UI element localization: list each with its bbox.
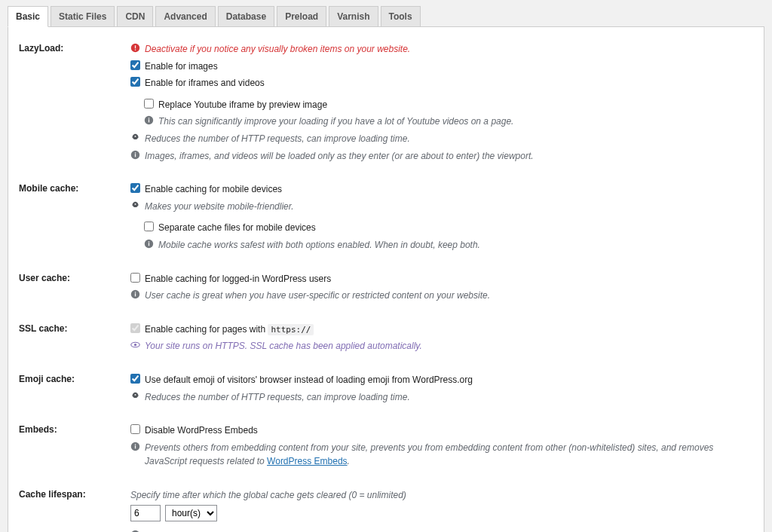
row-lifespan: Cache lifespan: Specify time after which…	[19, 488, 753, 532]
checkbox-mobile-separate[interactable]	[144, 222, 154, 231]
row-ssl: SSL cache: Enable caching for pages with…	[19, 323, 753, 356]
info-icon	[130, 150, 140, 160]
label-lazyload: LazyLoad:	[19, 42, 130, 166]
label-enable-images: Enable for images	[145, 60, 218, 74]
tab-preload[interactable]: Preload	[277, 6, 326, 26]
link-wp-embeds[interactable]: WordPress Embeds	[267, 456, 347, 466]
row-embeds: Embeds: Disable WordPress Embeds Prevent…	[19, 423, 753, 472]
svg-point-19	[135, 393, 136, 395]
row-user: User cache: Enable caching for logged-in…	[19, 272, 753, 306]
tab-basic[interactable]: Basic	[8, 6, 48, 27]
info-icon	[130, 442, 140, 451]
checkbox-user-enable[interactable]	[130, 273, 140, 283]
lifespan-desc: Cache lifespan is the period of time aft…	[145, 529, 753, 532]
tabs-nav: Basic Static Files CDN Advanced Database…	[8, 6, 764, 26]
rocket-icon	[130, 133, 140, 142]
lifespan-value-input[interactable]	[130, 505, 161, 521]
rocket-icon	[130, 200, 140, 210]
svg-rect-16	[135, 292, 136, 292]
label-ssl: SSL cache:	[19, 323, 130, 356]
label-mobile-separate: Separate cache files for mobile devices	[158, 221, 316, 235]
label-lifespan: Cache lifespan:	[19, 488, 130, 532]
svg-point-6	[135, 136, 136, 137]
warning-icon	[130, 43, 140, 53]
ssl-code: https://	[268, 324, 314, 335]
settings-panel: LazyLoad: Deactivate if you notice any v…	[8, 26, 764, 532]
label-emoji-enable: Use default emoji of visitors' browser i…	[145, 373, 473, 387]
mobile-safest: Mobile cache works safest with both opti…	[158, 238, 480, 252]
tab-tools[interactable]: Tools	[381, 6, 421, 26]
svg-point-18	[134, 344, 136, 346]
mobile-friendlier: Makes your website mobile-friendlier.	[145, 200, 294, 214]
checkbox-enable-images[interactable]	[130, 60, 140, 70]
svg-rect-13	[149, 241, 149, 242]
svg-rect-12	[149, 243, 149, 246]
info-icon	[144, 239, 154, 249]
tab-cdn[interactable]: CDN	[117, 6, 153, 26]
info-icon	[144, 115, 154, 125]
svg-rect-9	[135, 152, 136, 153]
svg-point-10	[135, 203, 136, 205]
tab-advanced[interactable]: Advanced	[155, 6, 215, 26]
svg-rect-15	[135, 293, 136, 296]
yt-desc: This can significantly improve your load…	[158, 115, 513, 129]
svg-rect-21	[135, 445, 136, 448]
svg-rect-2	[135, 50, 136, 50]
row-lazyload: LazyLoad: Deactivate if you notice any v…	[19, 42, 753, 166]
label-enable-iframes: Enable for iframes and videos	[145, 76, 265, 90]
lazyload-warning: Deactivate if you notice any visually br…	[145, 42, 410, 57]
tab-varnish[interactable]: Varnish	[329, 6, 378, 26]
lifespan-spec: Specify time after which the global cach…	[130, 488, 753, 503]
eye-icon	[130, 340, 140, 350]
svg-rect-1	[135, 45, 136, 48]
svg-rect-5	[149, 118, 149, 119]
emoji-reduces: Reduces the number of HTTP requests, can…	[145, 390, 410, 405]
label-mobile-enable: Enable caching for mobile devices	[145, 182, 282, 197]
label-user: User cache:	[19, 272, 130, 306]
tab-static-files[interactable]: Static Files	[51, 6, 115, 26]
svg-rect-8	[135, 154, 136, 157]
embeds-desc: Prevents others from embedding content f…	[145, 441, 753, 469]
label-embeds-disable: Disable WordPress Embeds	[145, 423, 258, 438]
lazyload-reduces: Reduces the number of HTTP requests, can…	[145, 132, 410, 146]
user-desc: User cache is great when you have user-s…	[145, 289, 490, 303]
ssl-desc: Your site runs on HTTPS. SSL cache has b…	[145, 339, 422, 353]
checkbox-emoji-enable[interactable]	[130, 374, 140, 384]
lazyload-viewport: Images, iframes, and videos will be load…	[145, 149, 534, 164]
tab-database[interactable]: Database	[218, 6, 274, 26]
rocket-icon	[130, 391, 140, 401]
checkbox-embeds-disable[interactable]	[130, 424, 140, 434]
checkbox-replace-youtube[interactable]	[144, 99, 154, 109]
checkbox-ssl-enable	[130, 323, 140, 333]
label-ssl-enable: Enable caching for pages with https://	[145, 323, 314, 337]
checkbox-enable-iframes[interactable]	[130, 77, 140, 87]
svg-rect-22	[135, 444, 136, 445]
checkbox-mobile-enable[interactable]	[130, 183, 140, 193]
label-replace-youtube: Replace Youtube iframe by preview image	[158, 98, 327, 112]
svg-rect-4	[149, 120, 149, 123]
row-emoji: Emoji cache: Use default emoji of visito…	[19, 373, 753, 407]
label-emoji: Emoji cache:	[19, 373, 130, 407]
lifespan-unit-select[interactable]: hour(s)	[165, 505, 217, 521]
label-user-enable: Enable caching for logged-in WordPress u…	[145, 272, 331, 286]
label-mobile: Mobile cache:	[19, 182, 130, 255]
info-icon	[130, 289, 140, 299]
label-embeds: Embeds:	[19, 423, 130, 472]
row-mobile: Mobile cache: Enable caching for mobile …	[19, 182, 753, 255]
